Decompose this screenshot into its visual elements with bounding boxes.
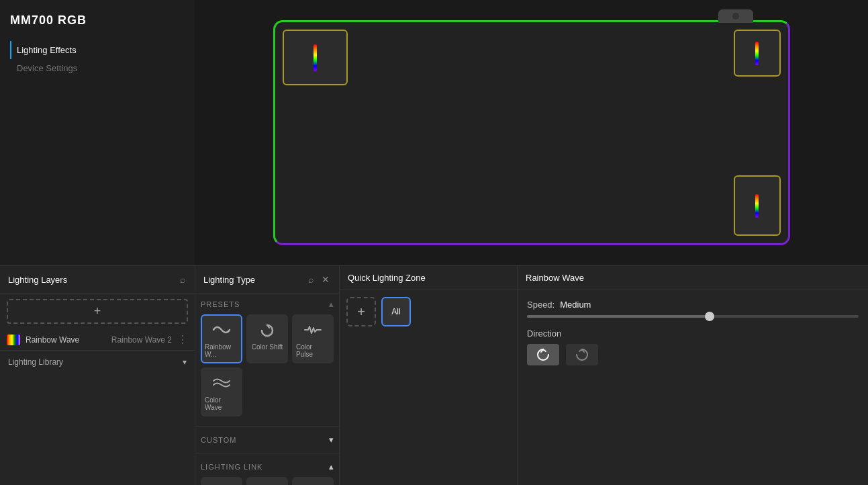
layers-panel: Lighting Layers ⌕ + Rainbow Wave Rainbow… [0, 265, 195, 485]
zone-content: + All [340, 290, 517, 333]
bottom-panels: Lighting Layers ⌕ + Rainbow Wave Rainbow… [0, 265, 868, 485]
lighting-type-header: Lighting Type ⌕ ✕ [195, 266, 339, 294]
app-title: MM700 RGB [10, 13, 185, 28]
lighting-link-grid [201, 477, 334, 485]
preset-grid: Rainbow W... Color Shift [201, 314, 334, 416]
presets-section: PRESETS ▴ Rainbow W... [195, 294, 339, 426]
sidebar: MM700 RGB Lighting Effects Device Settin… [0, 0, 195, 269]
layer-menu-button[interactable]: ⋮ [177, 333, 188, 346]
speed-slider-thumb[interactable] [705, 312, 714, 321]
rainbow-wave-header: Rainbow Wave [518, 266, 868, 290]
speed-setting: Speed: Medium [527, 300, 859, 318]
custom-collapse-icon: ▾ [329, 435, 334, 445]
rainbow-wave-panel: Rainbow Wave Speed: Medium Direction [517, 265, 868, 485]
sidebar-item-device-settings[interactable]: Device Settings [10, 59, 185, 77]
rainbow-stripe-tr [755, 42, 759, 65]
lighting-type-close-button[interactable]: ✕ [320, 273, 331, 286]
usb-plug [718, 9, 753, 23]
layers-panel-icons: ⌕ [179, 273, 187, 286]
quick-zone-title: Quick Lighting Zone [348, 273, 426, 283]
preset-color-pulse[interactable]: Color Pulse [292, 314, 334, 363]
speed-slider-fill [527, 315, 710, 318]
direction-ccw-button[interactable] [527, 344, 559, 365]
thumbnail-top-right[interactable] [734, 30, 781, 77]
preset-color-pulse-icon [303, 322, 322, 341]
rainbow-stripe-tl [314, 44, 317, 71]
preset-color-wave-icon [212, 376, 231, 394]
thumbnail-bottom-right[interactable] [734, 175, 781, 236]
mousepad-preview [273, 20, 790, 245]
lighting-type-title: Lighting Type [203, 275, 255, 285]
direction-setting: Direction [527, 328, 859, 365]
thumbnail-top-left[interactable] [283, 30, 348, 85]
preset-rainbow-wave[interactable]: Rainbow W... [201, 314, 242, 363]
direction-buttons [527, 344, 859, 365]
preset-rainbow-wave-icon [212, 322, 231, 341]
zone-all-button[interactable]: All [381, 297, 411, 326]
lighting-link-collapse-icon[interactable]: ▴ [329, 461, 334, 472]
layers-panel-title: Lighting Layers [8, 275, 67, 285]
rainbow-wave-title: Rainbow Wave [526, 273, 584, 283]
lighting-link-label: LIGHTING LINK [201, 463, 262, 471]
presets-header: PRESETS ▴ [201, 299, 334, 309]
ll-btn-3[interactable] [292, 477, 334, 485]
lighting-link-section: LIGHTING LINK ▴ [195, 453, 339, 485]
layers-search-button[interactable]: ⌕ [179, 273, 187, 286]
preset-color-wave[interactable]: Color Wave [201, 367, 242, 416]
layers-panel-header: Lighting Layers ⌕ [0, 266, 195, 294]
add-layer-button[interactable]: + [7, 299, 188, 324]
presets-label: PRESETS [201, 300, 240, 308]
speed-value: Medium [560, 300, 591, 310]
zone-add-button[interactable]: + [346, 297, 376, 326]
lighting-link-header: LIGHTING LINK ▴ [201, 456, 334, 477]
sidebar-item-lighting-effects[interactable]: Lighting Effects [10, 41, 185, 59]
custom-section: CUSTOM ▾ [195, 426, 339, 453]
custom-header[interactable]: CUSTOM ▾ [201, 429, 334, 450]
speed-slider[interactable] [527, 315, 859, 318]
direction-label: Direction [527, 328, 561, 339]
lighting-type-search-button[interactable]: ⌕ [307, 273, 315, 286]
layer-color-stripe [7, 335, 20, 345]
lighting-type-icons: ⌕ ✕ [307, 273, 331, 286]
custom-label: CUSTOM [201, 436, 236, 444]
preset-color-shift-icon [258, 322, 277, 341]
ll-btn-1[interactable] [201, 477, 242, 485]
preview-area [195, 0, 868, 265]
settings-content: Speed: Medium Direction [518, 290, 868, 386]
speed-label: Speed: [527, 300, 554, 310]
usb-plug-dot [732, 13, 739, 19]
presets-collapse-icon[interactable]: ▴ [329, 299, 334, 309]
ll-btn-2[interactable] [246, 477, 288, 485]
rainbow-stripe-br [755, 194, 759, 218]
layer-item[interactable]: Rainbow Wave Rainbow Wave 2 ⋮ [0, 329, 195, 350]
mousepad-bg [273, 20, 790, 245]
lighting-type-panel: Lighting Type ⌕ ✕ PRESETS ▴ Rain [195, 265, 339, 485]
preset-color-shift[interactable]: Color Shift [246, 314, 288, 363]
lighting-library-button[interactable]: Lighting Library ▾ [0, 350, 195, 373]
library-chevron-icon: ▾ [183, 357, 187, 367]
quick-zone-panel: Quick Lighting Zone + All [339, 265, 517, 485]
quick-zone-header: Quick Lighting Zone [340, 266, 517, 290]
direction-cw-button[interactable] [566, 344, 598, 365]
